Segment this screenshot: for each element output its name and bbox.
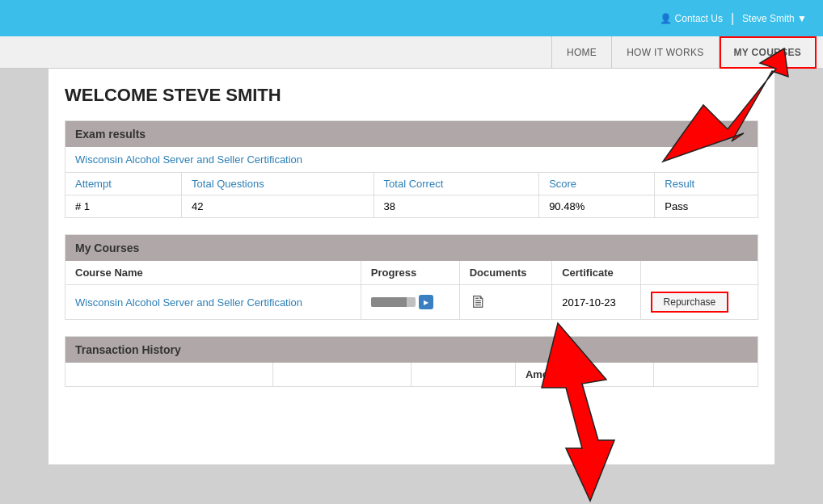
course-name-cell: Wisconsin Alcohol Server and Seller Cert… — [65, 285, 361, 320]
exam-attempt: # 1 — [65, 195, 182, 218]
transaction-table: Amount — [65, 363, 758, 386]
repurchase-button[interactable]: Repurchase — [651, 292, 729, 313]
exam-col-score: Score — [539, 173, 655, 195]
user-name: Steve Smith — [742, 13, 795, 24]
documents-icon[interactable]: 🗎 — [470, 292, 487, 312]
trans-col-5 — [654, 363, 758, 386]
courses-col-name: Course Name — [65, 261, 361, 285]
transaction-history-header: Transaction History — [65, 337, 758, 363]
nav-home[interactable]: HOME — [551, 36, 612, 69]
my-courses-header: My Courses — [65, 235, 758, 261]
exam-total-correct: 38 — [374, 195, 539, 218]
transaction-history-section: Transaction History Amount — [65, 336, 758, 387]
exam-results-section: Exam results Wisconsin Alcohol Server an… — [65, 120, 758, 218]
courses-col-action — [640, 261, 758, 285]
courses-col-certificate: Certificate — [552, 261, 640, 285]
progress-fill — [371, 297, 407, 307]
courses-table: Course Name Progress Documents Certifica… — [65, 261, 758, 319]
exam-col-result: Result — [655, 173, 758, 195]
main-content: WELCOME STEVE SMITH Exam results Wiscons… — [49, 69, 774, 464]
my-courses-section: My Courses Course Name Progress Document… — [65, 234, 758, 320]
exam-course-link[interactable]: Wisconsin Alcohol Server and Seller Cert… — [65, 147, 758, 173]
contact-icon: 👤 — [660, 13, 672, 24]
exam-row: # 1 42 38 90.48% Pass — [65, 195, 758, 218]
top-bar: 👤 Contact Us | Steve Smith ▼ — [0, 0, 823, 36]
nav-my-courses[interactable]: MY COURSES — [720, 36, 817, 69]
trans-col-3 — [412, 363, 515, 386]
courses-row: Wisconsin Alcohol Server and Seller Cert… — [65, 285, 758, 320]
course-action-cell: Repurchase — [640, 285, 758, 320]
user-dropdown-icon: ▼ — [797, 13, 807, 24]
user-menu[interactable]: Steve Smith ▼ — [742, 13, 807, 24]
nav-how-it-works[interactable]: HOW IT WORKS — [612, 36, 719, 69]
divider: | — [731, 11, 734, 26]
trans-col-2 — [273, 363, 412, 386]
exam-total-questions: 42 — [182, 195, 374, 218]
welcome-title: WELCOME STEVE SMITH — [65, 85, 758, 106]
progress-container — [371, 295, 449, 309]
exam-col-total-correct: Total Correct — [374, 173, 539, 195]
nav-bar: HOME HOW IT WORKS MY COURSES — [0, 36, 823, 69]
course-certificate-cell: 2017-10-23 — [552, 285, 640, 320]
courses-col-progress: Progress — [361, 261, 459, 285]
course-progress-cell — [361, 285, 459, 320]
courses-col-documents: Documents — [459, 261, 552, 285]
course-documents-cell[interactable]: 🗎 — [459, 285, 552, 320]
exam-results-header: Exam results — [65, 121, 758, 147]
exam-table: Attempt Total Questions Total Correct Sc… — [65, 173, 758, 217]
course-name-link[interactable]: Wisconsin Alcohol Server and Seller Cert… — [75, 296, 302, 309]
exam-score: 90.48% — [539, 195, 655, 218]
play-button[interactable] — [419, 295, 433, 309]
progress-bar — [371, 297, 416, 307]
trans-col-1 — [65, 363, 273, 386]
contact-label: Contact Us — [675, 13, 723, 24]
exam-result: Pass — [655, 195, 758, 218]
trans-col-amount: Amount — [515, 363, 653, 386]
exam-col-attempt: Attempt — [65, 173, 182, 195]
exam-col-total-questions: Total Questions — [182, 173, 374, 195]
contact-us-link[interactable]: 👤 Contact Us — [660, 13, 723, 24]
